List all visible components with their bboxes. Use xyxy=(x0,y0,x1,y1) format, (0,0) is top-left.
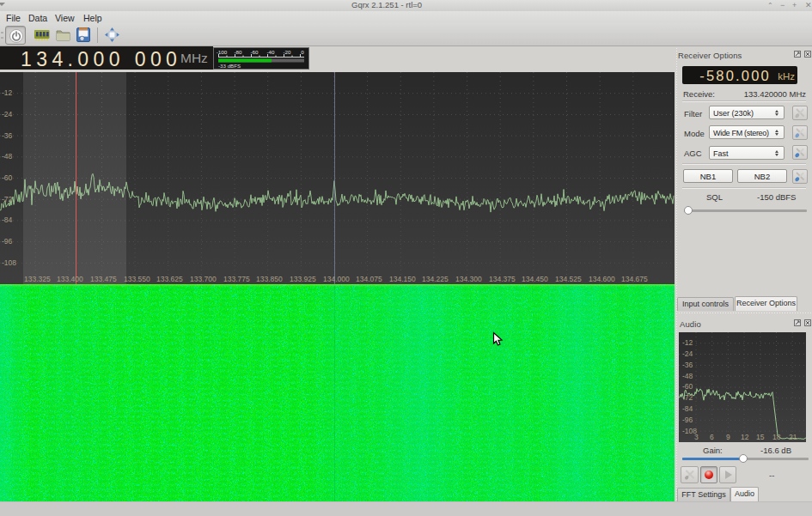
svg-text:-80: -80 xyxy=(235,49,243,55)
svg-text:-33 dBFS: -33 dBFS xyxy=(218,63,241,69)
svg-text:-20: -20 xyxy=(284,49,292,55)
svg-text:-60: -60 xyxy=(251,49,259,55)
svg-text:-40: -40 xyxy=(267,49,276,55)
svg-text:0: 0 xyxy=(301,49,304,55)
svg-text:-100: -100 xyxy=(217,49,228,55)
